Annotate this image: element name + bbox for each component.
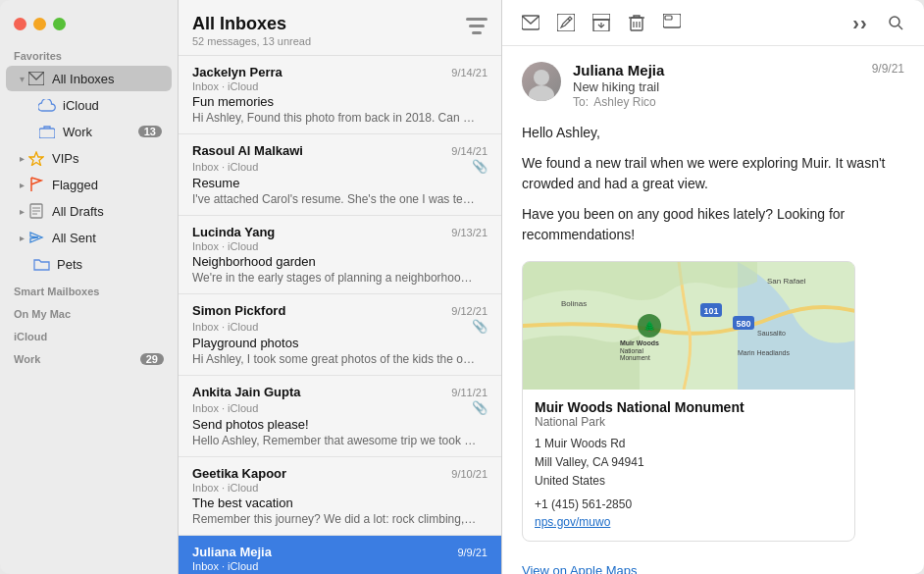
sidebar-item-all-inboxes[interactable]: ▾ All Inboxes <box>6 66 172 91</box>
more-icon[interactable]: ›› <box>846 8 875 37</box>
email-subject: The best vacation <box>192 496 488 510</box>
svg-text:101: 101 <box>703 306 718 316</box>
star-icon <box>26 148 46 168</box>
map-type: National Park <box>535 415 843 429</box>
maximize-button[interactable] <box>53 18 66 30</box>
sidebar-item-vips[interactable]: ▸ VIPs <box>6 145 172 171</box>
mailbox-subtitle: 52 messages, 13 unread <box>192 35 311 47</box>
sidebar-item-label: All Drafts <box>52 204 162 219</box>
email-preview: Remember this journey? We did a lot: roc… <box>192 512 477 526</box>
email-sender: Ankita Jain Gupta <box>192 385 301 399</box>
email-date: 9/14/21 <box>451 67 488 78</box>
svg-rect-10 <box>592 14 610 20</box>
svg-rect-4 <box>466 18 488 21</box>
email-sender: Jackelyn Perra <box>192 65 282 79</box>
body-paragraph-2: Have you been on any good hikes lately? … <box>522 204 904 245</box>
email-subject: Neighborhood garden <box>192 254 488 269</box>
email-list-item[interactable]: Ankita Jain Gupta 9/11/21 Inbox · iCloud… <box>179 376 501 457</box>
email-subject: New hiking trail <box>573 79 872 94</box>
window-controls <box>0 10 178 42</box>
briefcase-icon <box>37 122 57 141</box>
icloud-section-label: iCloud <box>0 323 178 345</box>
work-section-badge: 29 <box>140 353 164 365</box>
sidebar-item-all-sent[interactable]: ▸ All Sent <box>6 225 172 250</box>
smart-mailboxes-label: Smart Mailboxes <box>0 278 178 300</box>
svg-line-9 <box>568 19 570 21</box>
reply-icon[interactable] <box>516 8 545 37</box>
favorites-section-label: Favorites <box>0 42 178 65</box>
email-sender: Simon Pickford <box>192 303 285 318</box>
move-icon[interactable] <box>657 8 687 37</box>
email-box: Inbox · iCloud <box>192 240 258 252</box>
folder-icon <box>31 254 51 274</box>
email-subject: Fun memories <box>192 94 488 109</box>
email-sender: Geetika Kapoor <box>192 466 286 481</box>
email-list-item[interactable]: Lucinda Yang 9/13/21 Inbox · iCloud Neig… <box>179 216 501 294</box>
sidebar-item-label: All Sent <box>52 231 162 245</box>
sidebar-item-label: Flagged <box>52 178 162 192</box>
map-info: Muir Woods National Monument National Pa… <box>523 390 854 541</box>
close-button[interactable] <box>14 18 26 30</box>
email-list-item[interactable]: Jackelyn Perra 9/14/21 Inbox · iCloud Fu… <box>179 56 501 134</box>
email-from: Juliana Mejia <box>573 62 872 78</box>
email-date: 9/14/21 <box>451 145 488 157</box>
email-date: 9/9/21 <box>457 547 488 558</box>
cloud-icon <box>37 95 57 115</box>
email-detail-meta: Juliana Mejia New hiking trail To: Ashle… <box>573 62 872 109</box>
email-list-item[interactable]: Juliana Mejia 9/9/21 Inbox · iCloud New … <box>179 536 501 574</box>
svg-text:Marin Headlands: Marin Headlands <box>738 349 790 356</box>
sidebar-item-pets[interactable]: Pets <box>6 251 172 277</box>
email-box: Inbox · iCloud <box>192 560 258 572</box>
sidebar-item-icloud[interactable]: iCloud <box>6 92 172 118</box>
map-card[interactable]: San Rafael Bolinas Sausalito Marin Headl… <box>522 261 855 542</box>
email-list-item[interactable]: Rasoul Al Malkawi 9/14/21 Inbox · iCloud… <box>179 134 501 216</box>
right-toolbar: ›› <box>502 0 924 46</box>
map-address: 1 Muir Woods Rd Mill Valley, CA 94941 Un… <box>535 435 843 492</box>
email-date: 9/11/21 <box>451 387 488 398</box>
email-body: Hello Ashley, We found a new trail when … <box>522 123 904 245</box>
compose-icon[interactable] <box>551 8 581 37</box>
address-line1: 1 Muir Woods Rd <box>535 437 625 450</box>
chevron-icon: ▸ <box>20 206 25 217</box>
sidebar-item-all-drafts[interactable]: ▸ All Drafts <box>6 198 172 224</box>
sidebar-item-label: iCloud <box>63 98 162 113</box>
sidebar-item-work-favorites[interactable]: Work 13 <box>6 119 172 144</box>
email-date: 9/13/21 <box>451 227 488 238</box>
svg-text:Monument: Monument <box>620 354 650 361</box>
body-paragraph-1: We found a new trail when we were explor… <box>522 153 904 194</box>
map-name: Muir Woods National Monument <box>535 399 843 415</box>
email-list-item[interactable]: Simon Pickford 9/12/21 Inbox · iCloud 📎 … <box>179 294 501 376</box>
svg-text:Bolinas: Bolinas <box>561 299 587 308</box>
attachment-icon: 📎 <box>472 159 488 174</box>
svg-text:National: National <box>620 347 643 354</box>
map-website-link[interactable]: nps.gov/muwo <box>535 515 843 529</box>
chevron-icon: ▸ <box>20 233 25 243</box>
email-list-item[interactable]: Geetika Kapoor 9/10/21 Inbox · iCloud Th… <box>179 457 501 536</box>
sidebar-item-label: All Inboxes <box>52 72 162 86</box>
svg-text:580: 580 <box>736 319 750 329</box>
search-icon[interactable] <box>881 8 910 37</box>
svg-point-20 <box>890 17 899 26</box>
map-phone: +1 (415) 561-2850 <box>535 497 843 511</box>
minimize-button[interactable] <box>33 18 46 30</box>
svg-rect-19 <box>665 16 672 20</box>
email-date: 9/10/21 <box>451 468 488 480</box>
email-box: Inbox · iCloud <box>192 161 258 173</box>
sent-icon <box>26 228 46 247</box>
apple-maps-link[interactable]: View on Apple Maps <box>522 563 638 574</box>
sidebar-item-flagged[interactable]: ▸ Flagged <box>6 172 172 197</box>
svg-rect-6 <box>472 31 482 34</box>
on-my-mac-label: On My Mac <box>0 300 178 323</box>
email-subject: Resume <box>192 176 488 190</box>
chevron-icon: ▾ <box>20 74 25 84</box>
map-image: San Rafael Bolinas Sausalito Marin Headl… <box>523 262 854 390</box>
svg-line-21 <box>898 26 902 29</box>
archive-icon[interactable] <box>587 8 616 37</box>
email-box: Inbox · iCloud <box>192 321 258 333</box>
filter-icon[interactable] <box>466 20 488 39</box>
spacer <box>693 8 840 37</box>
email-sender: Juliana Mejia <box>192 545 272 559</box>
trash-icon[interactable] <box>622 8 651 37</box>
email-sender: Rasoul Al Malkawi <box>192 143 303 158</box>
email-box: Inbox · iCloud <box>192 482 258 494</box>
